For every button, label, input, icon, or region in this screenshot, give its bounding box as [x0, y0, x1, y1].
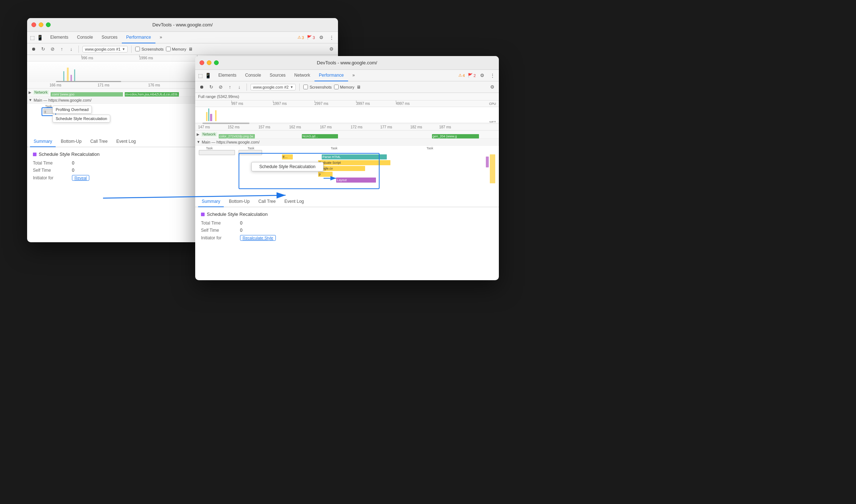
- network-expand-1[interactable]: ▶: [29, 90, 31, 94]
- summary-tab-2[interactable]: Summary: [198, 196, 224, 207]
- tab-elements-2[interactable]: Elements: [214, 70, 241, 81]
- network-bar-params-1[interactable]: m=cdos,hsm,jsa,mb4ZUb,d,csi,cEt9...: [125, 92, 179, 97]
- tab-more-2[interactable]: »: [348, 70, 359, 81]
- network-track-2: ▶ Network color_272x92dp.png (w... NUn3,…: [195, 131, 499, 138]
- clear-btn-2[interactable]: ⊘: [217, 84, 224, 91]
- perf-toolbar-2: ⏺ ↻ ⊘ ↑ ↓ www.google.com #2 ▼ Screenshot…: [195, 81, 499, 93]
- summary-tab-1[interactable]: Summary: [30, 136, 56, 147]
- flame-area-2: Task Task Task Task Parse HTML E... Eval…: [195, 146, 499, 196]
- screenshots-checkbox-1[interactable]: Screenshots: [135, 47, 163, 51]
- profiling-overhead-bar[interactable]: ||: [43, 109, 54, 114]
- url-selector-2[interactable]: www.google.com #2 ▼: [251, 84, 296, 90]
- tab-bar-1: ⬚ 📱 Elements Console Sources Performance…: [27, 32, 338, 43]
- reload-btn-1[interactable]: ↻: [39, 46, 47, 53]
- url-dropdown-arrow-2: ▼: [290, 85, 293, 89]
- tab-more-1[interactable]: »: [155, 32, 167, 43]
- call-tree-tab-1[interactable]: Call Tree: [87, 136, 111, 147]
- tick-996ms-1: 996 ms: [81, 55, 93, 61]
- perf-settings-btn-1[interactable]: [328, 46, 335, 53]
- network-bar-2c[interactable]: gen_204 (www.g: [432, 134, 479, 138]
- event-log-tab-2[interactable]: Event Log: [281, 196, 308, 207]
- tick-997ms: 997 ms: [231, 101, 243, 107]
- record-btn-1[interactable]: ⏺: [30, 46, 37, 53]
- task-bar-2a[interactable]: [199, 150, 235, 155]
- recalculate-style-link[interactable]: Recalculate Style: [240, 235, 276, 241]
- task-label-1: Task: [45, 104, 52, 108]
- more-btn-2[interactable]: [489, 72, 496, 79]
- bottom-up-tab-2[interactable]: Bottom-Up: [225, 196, 253, 207]
- upload-btn-2[interactable]: ↑: [226, 84, 234, 91]
- event-log-tab-1[interactable]: Event Log: [113, 136, 140, 147]
- error-badge-1: 🚩3: [307, 35, 315, 40]
- event-title-row-2: Schedule Style Recalculation: [201, 212, 493, 217]
- record-btn-2[interactable]: ⏺: [198, 84, 205, 91]
- upload-btn-1[interactable]: ↑: [58, 46, 65, 53]
- network-label-2: Network: [201, 132, 217, 137]
- minimize-button-2[interactable]: [207, 60, 211, 65]
- screenshot-icon-2[interactable]: 🖥: [356, 85, 361, 90]
- cpu-label: CPU: [489, 102, 496, 106]
- screenshot-icon-1[interactable]: 🖥: [188, 47, 193, 52]
- schedule-style-tooltip-2: Schedule Style Recalculation: [251, 162, 324, 171]
- call-tree-tab-2[interactable]: Call Tree: [255, 196, 279, 207]
- network-bar-2a[interactable]: color_272x92dp.png (w...: [219, 134, 255, 138]
- inspect-icon-1[interactable]: ⬚: [30, 35, 35, 40]
- bottom-up-tab-1[interactable]: Bottom-Up: [57, 136, 85, 147]
- close-button-2[interactable]: [200, 60, 204, 65]
- summary-tabs-2: Summary Bottom-Up Call Tree Event Log: [195, 196, 499, 207]
- inspect-icon-2[interactable]: ⬚: [198, 73, 203, 78]
- more-btn-1[interactable]: [328, 34, 335, 41]
- settings-btn-1[interactable]: [318, 34, 325, 41]
- download-btn-2[interactable]: ↓: [236, 84, 243, 91]
- event-color-swatch-1: [33, 153, 37, 156]
- e-bar[interactable]: E...: [282, 154, 293, 159]
- task-bar-2b[interactable]: [239, 150, 262, 155]
- tab-sources-2[interactable]: Sources: [265, 70, 290, 81]
- device-icon-1[interactable]: 📱: [37, 35, 43, 40]
- tab-performance-1[interactable]: Performance: [122, 32, 155, 43]
- detail-tick-152: 152 ms: [228, 125, 240, 129]
- googlecv-bar[interactable]: google.cv: [318, 166, 365, 171]
- detail-tick-187: 187 ms: [439, 125, 451, 129]
- warning-badge-2: ⚠4: [458, 73, 465, 78]
- network-expand-2[interactable]: ▶: [197, 132, 200, 136]
- devtools-window-2: DevTools - www.google.com/ ⬚ 📱 Elements …: [195, 56, 499, 280]
- url-selector-1[interactable]: www.google.com #1 ▼: [82, 46, 128, 52]
- network-bar-2b[interactable]: NUn3,qd...: [302, 134, 338, 138]
- detail-ruler-2: 147 ms 152 ms 157 ms 162 ms 167 ms 172 m…: [195, 124, 499, 131]
- parse-html-bar[interactable]: Parse HTML: [322, 154, 387, 159]
- tab-console-1[interactable]: Console: [73, 32, 97, 43]
- evaluate-script-bar[interactable]: Evaluate Script: [318, 160, 390, 165]
- p-bar[interactable]: p: [318, 172, 333, 177]
- detail-tick-177: 177 ms: [380, 125, 392, 129]
- device-icon-2[interactable]: 📱: [205, 73, 211, 78]
- task-label-2b: Task: [248, 146, 254, 150]
- main-expand-2[interactable]: ▼: [197, 140, 200, 144]
- tick-4997ms: 4997 ms: [396, 101, 410, 107]
- maximize-button-1[interactable]: [46, 22, 51, 27]
- reveal-link-1[interactable]: Reveal: [72, 175, 89, 181]
- close-button-1[interactable]: [31, 22, 36, 27]
- memory-checkbox-1[interactable]: Memory: [166, 47, 187, 51]
- maximize-button-2[interactable]: [214, 60, 219, 65]
- memory-checkbox-2[interactable]: Memory: [334, 85, 355, 89]
- network-bar-1[interactable]: .com/ (www.goo: [51, 92, 123, 97]
- clear-btn-1[interactable]: ⊘: [49, 46, 56, 53]
- tab-performance-2[interactable]: Performance: [314, 70, 348, 81]
- detail-tick-147: 147 ms: [198, 125, 210, 129]
- screenshots-checkbox-2[interactable]: Screenshots: [303, 85, 331, 89]
- task-label-2d: Task: [427, 146, 433, 150]
- download-btn-1[interactable]: ↓: [68, 46, 75, 53]
- minimize-button-1[interactable]: [39, 22, 43, 27]
- reload-btn-2[interactable]: ↻: [207, 84, 215, 91]
- tab-elements-1[interactable]: Elements: [46, 32, 73, 43]
- detail-tick-171: 171 ms: [98, 83, 110, 87]
- tab-sources-1[interactable]: Sources: [97, 32, 122, 43]
- tab-network-2[interactable]: Network: [290, 70, 314, 81]
- tab-console-2[interactable]: Console: [241, 70, 265, 81]
- layout-bar[interactable]: Layout: [336, 178, 376, 183]
- perf-settings-btn-2[interactable]: [489, 84, 496, 91]
- settings-btn-2[interactable]: [479, 72, 486, 79]
- detail-tick-182: 182 ms: [410, 125, 422, 129]
- main-expand-1[interactable]: ▼: [29, 98, 32, 102]
